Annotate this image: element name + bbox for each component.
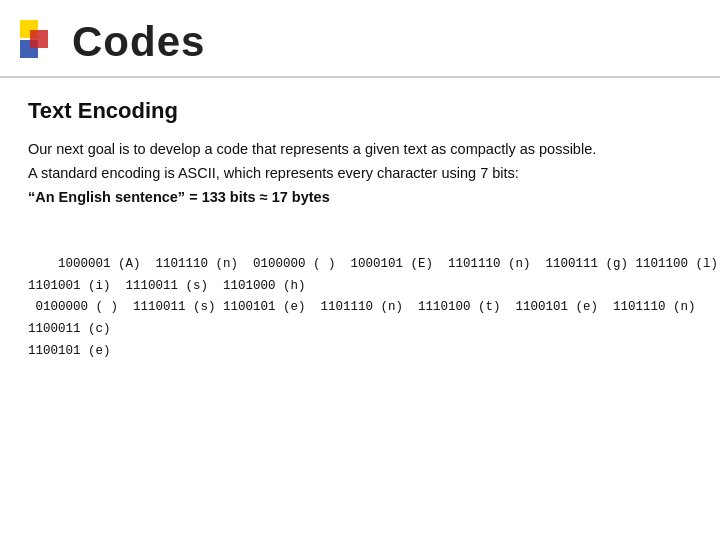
header: Codes bbox=[0, 0, 720, 78]
paragraph3: “An English sentence” = 133 bits ≈ 17 by… bbox=[28, 189, 330, 205]
code-line-4: 1100011 (c) bbox=[28, 322, 111, 336]
code-line-1: 1000001 (A) 1101110 (n) 0100000 ( ) 1000… bbox=[58, 257, 718, 271]
paragraph1: Our next goal is to develop a code that … bbox=[28, 141, 596, 157]
code-line-3: 0100000 ( ) 1110011 (s) 1100101 (e) 1101… bbox=[28, 300, 696, 314]
page-title: Codes bbox=[72, 18, 205, 66]
code-block: 1000001 (A) 1101110 (n) 0100000 ( ) 1000… bbox=[28, 232, 692, 385]
svg-rect-2 bbox=[30, 30, 48, 48]
content-area: Text Encoding Our next goal is to develo… bbox=[0, 88, 720, 395]
code-line-5: 1100101 (e) bbox=[28, 344, 111, 358]
section-heading: Text Encoding bbox=[28, 98, 692, 124]
code-line-2: 1101001 (i) 1110011 (s) 1101000 (h) bbox=[28, 279, 306, 293]
logo-icon bbox=[20, 20, 58, 64]
body-paragraph: Our next goal is to develop a code that … bbox=[28, 138, 692, 210]
paragraph2: A standard encoding is ASCII, which repr… bbox=[28, 165, 519, 181]
